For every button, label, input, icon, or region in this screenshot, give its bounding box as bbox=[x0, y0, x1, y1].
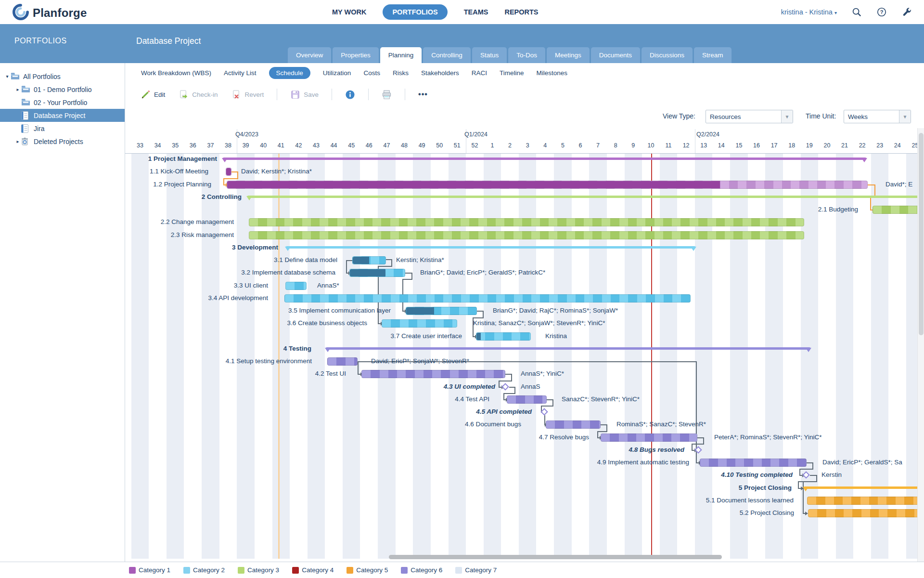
task-bar[interactable] bbox=[284, 294, 691, 302]
tab-stream[interactable]: Stream bbox=[694, 47, 732, 63]
tab-planning[interactable]: Planning bbox=[380, 47, 422, 63]
legend-item-category-6: Category 6 bbox=[401, 566, 442, 574]
task-bar[interactable] bbox=[601, 434, 697, 442]
task-bar[interactable] bbox=[382, 319, 457, 328]
subtab-work-breakdown-wbs-[interactable]: Work Breakdown (WBS) bbox=[141, 69, 211, 77]
search-icon[interactable] bbox=[851, 7, 862, 17]
summary-bar[interactable] bbox=[247, 196, 920, 198]
caret-right-icon[interactable]: ▸ bbox=[14, 87, 21, 92]
brand[interactable]: Planforge bbox=[13, 4, 87, 22]
subtab-activity-list[interactable]: Activity List bbox=[224, 69, 257, 77]
milestone-diamond[interactable] bbox=[501, 383, 509, 391]
header-band: PORTFOLIOS Database Project OverviewProp… bbox=[0, 24, 924, 63]
topnav-item-teams[interactable]: TEAMS bbox=[464, 8, 488, 16]
summary-bar[interactable] bbox=[326, 347, 810, 350]
caret-down-icon[interactable]: ▾ bbox=[4, 74, 11, 79]
task-bar[interactable] bbox=[226, 168, 231, 176]
summary-bar[interactable] bbox=[223, 158, 866, 160]
week-tick-label: 22 bbox=[859, 142, 866, 149]
chevron-down-icon[interactable]: ▼ bbox=[899, 110, 911, 123]
task-resources: Kristina bbox=[545, 330, 567, 342]
toolbar-separator bbox=[277, 89, 277, 100]
topnav-item-reports[interactable]: REPORTS bbox=[504, 8, 538, 16]
task-bar[interactable] bbox=[406, 307, 477, 315]
subtab-utilization[interactable]: Utilization bbox=[323, 69, 351, 77]
subtab-stakeholders[interactable]: Stakeholders bbox=[421, 69, 459, 77]
info-button[interactable] bbox=[341, 87, 359, 102]
task-progress bbox=[226, 168, 231, 175]
more-button[interactable]: ••• bbox=[414, 88, 432, 101]
tab-to-dos[interactable]: To-Dos bbox=[508, 47, 545, 63]
sidebar-item-database-project[interactable]: Database Project bbox=[0, 109, 125, 122]
portfolio-tree: ▾All Portfolios▸01 - Demo Portfolio02 - … bbox=[0, 63, 125, 148]
sidebar-item-02-your-portfolio[interactable]: 02 - Your Portfolio bbox=[0, 96, 125, 109]
week-tick-label: 38 bbox=[225, 142, 231, 149]
subtab-risks[interactable]: Risks bbox=[393, 69, 409, 77]
subtab-costs[interactable]: Costs bbox=[363, 69, 380, 77]
summary-bar[interactable] bbox=[804, 486, 920, 489]
subtab-milestones[interactable]: Milestones bbox=[537, 69, 568, 77]
task-bar[interactable] bbox=[873, 206, 920, 214]
tab-discussions[interactable]: Discussions bbox=[642, 47, 693, 63]
subtab-raci[interactable]: RACI bbox=[472, 69, 487, 77]
subtab-timeline[interactable]: Timeline bbox=[500, 69, 524, 77]
task-bar[interactable] bbox=[361, 370, 505, 378]
task-bar[interactable] bbox=[349, 269, 405, 277]
task-bar[interactable] bbox=[700, 459, 807, 467]
vertical-scrollbar[interactable] bbox=[917, 128, 924, 562]
task-bar[interactable] bbox=[327, 357, 358, 366]
sidebar-item-jira[interactable]: Jira bbox=[0, 122, 125, 135]
task-bar[interactable] bbox=[476, 332, 531, 341]
milestone-diamond[interactable] bbox=[540, 408, 548, 416]
time-unit-select[interactable]: Weeks ▼ bbox=[844, 110, 911, 123]
caret-right-icon[interactable]: ▸ bbox=[14, 139, 21, 144]
tab-documents[interactable]: Documents bbox=[591, 47, 640, 63]
sidebar-item-all-portfolios[interactable]: ▾All Portfolios bbox=[0, 70, 125, 83]
sidebar-item-deleted-projects[interactable]: ▸Deleted Projects bbox=[0, 135, 125, 148]
view-controls: View Type: Resources ▼ Time Unit: Weeks … bbox=[125, 106, 924, 128]
checkin-icon: 10 bbox=[179, 90, 189, 100]
edit-button[interactable]: Edit bbox=[136, 87, 169, 102]
task-progress bbox=[350, 269, 385, 276]
summary-end-cap bbox=[861, 158, 867, 162]
tab-properties[interactable]: Properties bbox=[333, 47, 379, 63]
save-button[interactable]: Save bbox=[286, 87, 323, 102]
week-stripe bbox=[343, 153, 360, 559]
task-bar[interactable] bbox=[249, 231, 804, 239]
revert-button[interactable]: Revert bbox=[227, 87, 269, 102]
tab-meetings[interactable]: Meetings bbox=[547, 47, 590, 63]
task-label: 2.2 Change management bbox=[125, 216, 234, 228]
task-bar[interactable] bbox=[807, 497, 920, 505]
task-bar[interactable] bbox=[507, 395, 547, 404]
week-tick-label: 33 bbox=[137, 142, 143, 149]
task-bar[interactable] bbox=[352, 256, 386, 264]
tab-overview[interactable]: Overview bbox=[288, 47, 331, 63]
topnav-item-my-work[interactable]: MY WORK bbox=[332, 8, 366, 16]
folder-icon bbox=[11, 72, 20, 81]
task-bar[interactable] bbox=[227, 181, 868, 189]
sidebar-item-01-demo-portfolio[interactable]: ▸01 - Demo Portfolio bbox=[0, 83, 125, 96]
tab-status[interactable]: Status bbox=[472, 47, 507, 63]
task-bar[interactable] bbox=[546, 420, 601, 429]
toolbar-separator bbox=[332, 89, 332, 100]
user-menu[interactable]: kristina - Kristina ▾ bbox=[781, 8, 837, 16]
planforge-logo-icon bbox=[13, 4, 29, 22]
chevron-down-icon[interactable]: ▼ bbox=[781, 110, 793, 123]
week-tick-label: 24 bbox=[894, 142, 901, 149]
task-bar[interactable] bbox=[808, 509, 920, 517]
print-button[interactable] bbox=[377, 87, 396, 102]
legend-swatch bbox=[183, 567, 190, 574]
task-bar[interactable] bbox=[249, 218, 804, 226]
task-label: 4 Testing bbox=[125, 342, 311, 355]
summary-bar[interactable] bbox=[286, 246, 695, 249]
view-type-select[interactable]: Resources ▼ bbox=[706, 110, 793, 123]
topnav-item-portfolios[interactable]: PORTFOLIOS bbox=[383, 4, 447, 20]
horizontal-scrollbar-thumb[interactable] bbox=[389, 555, 722, 559]
check-in-button[interactable]: 10Check-in bbox=[174, 87, 222, 102]
wrench-icon[interactable] bbox=[901, 7, 912, 17]
tab-controlling[interactable]: Controlling bbox=[423, 47, 471, 63]
help-icon[interactable]: ? bbox=[876, 7, 887, 17]
task-bar[interactable] bbox=[285, 282, 307, 290]
subtab-schedule[interactable]: Schedule bbox=[269, 67, 310, 79]
vertical-scrollbar-thumb[interactable] bbox=[919, 133, 924, 335]
